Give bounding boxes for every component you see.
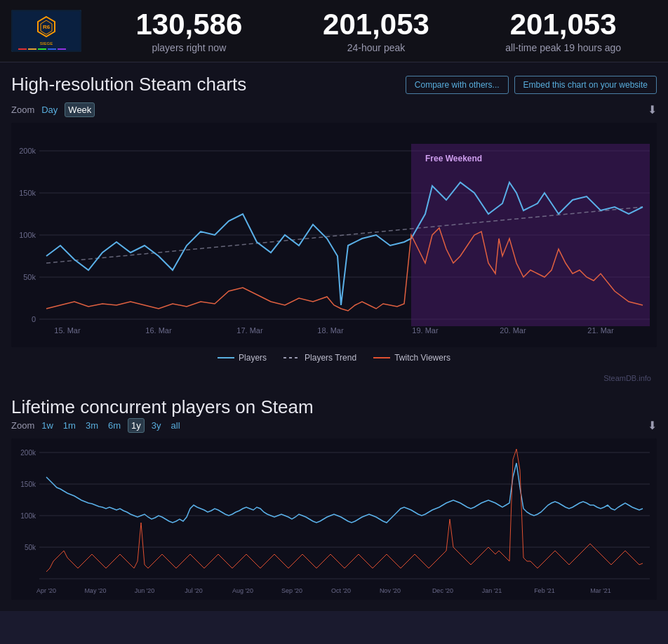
svg-rect-8 bbox=[38, 48, 46, 50]
chart1-container: 200k 150k 100k 50k 0 Free Weekend 15. Ma… bbox=[11, 123, 657, 347]
svg-text:0: 0 bbox=[32, 315, 36, 323]
main-content: High-resolution Steam charts Compare wit… bbox=[0, 62, 668, 611]
legend-trend-label: Players Trend bbox=[305, 353, 356, 363]
current-players-number: 130,586 bbox=[95, 8, 283, 41]
section1-title: High-resolution Steam charts bbox=[11, 74, 246, 95]
svg-text:Jul '20: Jul '20 bbox=[185, 587, 203, 594]
svg-rect-10 bbox=[58, 48, 66, 50]
section2: Lifetime concurrent players on Steam Zoo… bbox=[11, 396, 657, 600]
chart2-container: 200k 150k 100k 50k Apr '20 May '20 Jun '… bbox=[11, 438, 657, 600]
zoom-week-button[interactable]: Week bbox=[65, 102, 95, 117]
header-buttons: Compare with others... Embed this chart … bbox=[406, 76, 657, 94]
zoom-label-2: Zoom bbox=[11, 420, 34, 431]
legend-trend-line bbox=[283, 357, 300, 358]
legend-players-line bbox=[218, 357, 234, 358]
svg-text:18. Mar: 18. Mar bbox=[317, 326, 344, 335]
section2-title: Lifetime concurrent players on Steam bbox=[11, 396, 657, 418]
svg-text:50k: 50k bbox=[23, 273, 36, 281]
section1-header: High-resolution Steam charts Compare wit… bbox=[11, 74, 657, 95]
compare-button[interactable]: Compare with others... bbox=[406, 76, 509, 94]
zoom-3m-button[interactable]: 3m bbox=[83, 419, 101, 432]
svg-text:Mar '21: Mar '21 bbox=[590, 587, 611, 594]
svg-text:19. Mar: 19. Mar bbox=[412, 326, 439, 335]
stat-current-players: 130,586 players right now bbox=[95, 8, 283, 53]
chart1-svg: 200k 150k 100k 50k 0 Free Weekend 15. Ma… bbox=[11, 123, 657, 347]
zoom-day-button[interactable]: Day bbox=[39, 103, 60, 116]
chart1-legend: Players Players Trend Twitch Viewers bbox=[11, 353, 657, 363]
svg-rect-32 bbox=[11, 438, 657, 600]
alltime-peak-number: 201,053 bbox=[469, 8, 657, 41]
svg-text:SIEGE: SIEGE bbox=[40, 41, 53, 46]
zoom-6m-button[interactable]: 6m bbox=[105, 419, 123, 432]
legend-trend: Players Trend bbox=[283, 353, 356, 363]
zoom-1y-button[interactable]: 1y bbox=[128, 418, 145, 433]
game-thumbnail: R6 SIEGE bbox=[11, 10, 81, 52]
svg-text:200k: 200k bbox=[19, 147, 36, 155]
zoom-3y-button[interactable]: 3y bbox=[149, 419, 164, 432]
stat-24h-peak: 201,053 24-hour peak bbox=[283, 8, 470, 53]
section2-zoom-controls: Zoom 1w 1m 3m 6m 1y 3y all ⬇ bbox=[11, 418, 657, 433]
svg-text:150k: 150k bbox=[19, 189, 36, 197]
legend-twitch: Twitch Viewers bbox=[373, 353, 450, 363]
section1-zoom-controls: Zoom Day Week ⬇ bbox=[11, 102, 657, 117]
svg-rect-6 bbox=[18, 48, 27, 50]
download-icon-1[interactable]: ⬇ bbox=[648, 103, 657, 116]
download-icon-2[interactable]: ⬇ bbox=[648, 419, 657, 432]
svg-text:21. Mar: 21. Mar bbox=[587, 326, 614, 335]
svg-text:50k: 50k bbox=[25, 544, 36, 551]
svg-text:Aug '20: Aug '20 bbox=[232, 587, 253, 594]
svg-rect-7 bbox=[28, 48, 36, 50]
current-players-label: players right now bbox=[95, 42, 283, 53]
zoom-1w-button[interactable]: 1w bbox=[39, 419, 56, 432]
svg-text:Jan '21: Jan '21 bbox=[482, 587, 502, 594]
game-thumbnail-inner: R6 SIEGE bbox=[11, 10, 81, 52]
chart2-svg: 200k 150k 100k 50k Apr '20 May '20 Jun '… bbox=[11, 438, 657, 600]
embed-button[interactable]: Embed this chart on your website bbox=[514, 76, 657, 94]
svg-text:100k: 100k bbox=[20, 512, 36, 520]
svg-text:100k: 100k bbox=[19, 231, 36, 239]
svg-text:Oct '20: Oct '20 bbox=[331, 587, 351, 594]
svg-text:17. Mar: 17. Mar bbox=[236, 326, 263, 335]
zoom-1m-button[interactable]: 1m bbox=[60, 419, 79, 432]
svg-text:Dec '20: Dec '20 bbox=[432, 587, 453, 594]
svg-text:Sep '20: Sep '20 bbox=[281, 587, 302, 594]
svg-text:16. Mar: 16. Mar bbox=[145, 326, 172, 335]
svg-text:200k: 200k bbox=[20, 449, 36, 457]
legend-players-label: Players bbox=[239, 353, 267, 363]
steamdb-watermark: SteamDB.info bbox=[11, 374, 657, 382]
legend-twitch-line bbox=[373, 357, 390, 358]
svg-rect-9 bbox=[48, 48, 56, 50]
svg-rect-22 bbox=[411, 144, 650, 326]
24h-peak-number: 201,053 bbox=[283, 8, 470, 41]
legend-twitch-label: Twitch Viewers bbox=[394, 353, 450, 363]
page-header: R6 SIEGE 130,586 players right now 201,0… bbox=[0, 0, 668, 62]
alltime-peak-label: all-time peak 19 hours ago bbox=[469, 42, 657, 53]
stats-container: 130,586 players right now 201,053 24-hou… bbox=[95, 8, 657, 53]
svg-text:150k: 150k bbox=[20, 481, 36, 488]
svg-text:20. Mar: 20. Mar bbox=[500, 326, 526, 335]
svg-text:Jun '20: Jun '20 bbox=[135, 587, 155, 594]
svg-text:15. Mar: 15. Mar bbox=[54, 326, 81, 335]
svg-text:Free Weekend: Free Weekend bbox=[425, 154, 482, 163]
svg-text:Apr '20: Apr '20 bbox=[36, 587, 56, 594]
svg-text:May '20: May '20 bbox=[84, 587, 106, 594]
zoom-label-1: Zoom bbox=[11, 105, 34, 115]
zoom-all-button[interactable]: all bbox=[168, 419, 183, 432]
24h-peak-label: 24-hour peak bbox=[283, 42, 470, 53]
svg-text:R6: R6 bbox=[43, 24, 51, 30]
svg-text:Nov '20: Nov '20 bbox=[380, 587, 401, 594]
stat-alltime-peak: 201,053 all-time peak 19 hours ago bbox=[469, 8, 657, 53]
legend-players: Players bbox=[218, 353, 267, 363]
svg-text:Feb '21: Feb '21 bbox=[534, 587, 555, 594]
